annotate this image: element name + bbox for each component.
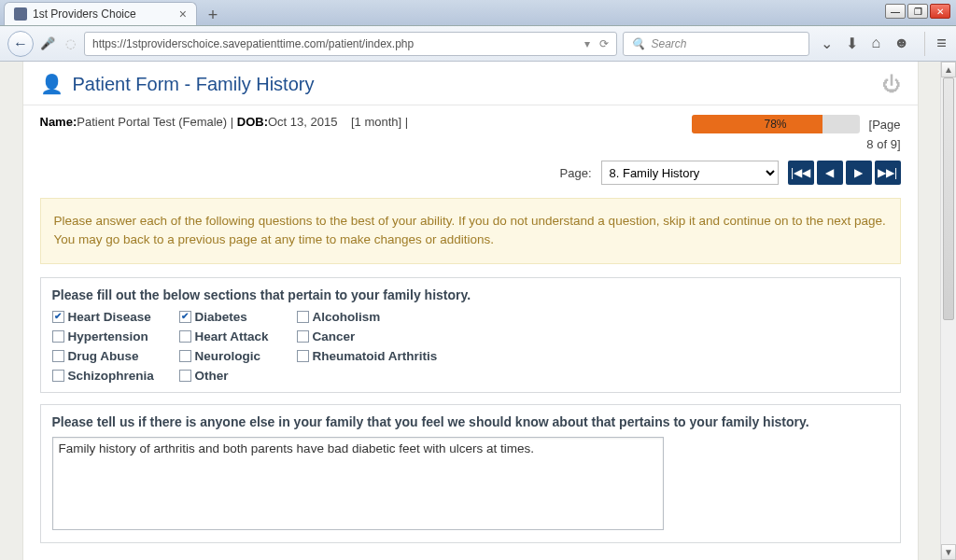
pager-first-button[interactable]: |◀◀	[788, 161, 814, 185]
search-placeholder: Search	[651, 37, 686, 50]
family-history-section: Please fill out the below sections that …	[40, 277, 901, 393]
tab-close-icon[interactable]: ×	[179, 7, 187, 21]
family-history-item[interactable]: Drug Abuse	[52, 349, 174, 363]
checkbox-label: Diabetes	[195, 310, 247, 324]
window-maximize-button[interactable]: ❐	[907, 4, 928, 19]
identity-icon[interactable]: 🎤	[39, 35, 56, 52]
page-select[interactable]: 8. Family History	[601, 161, 779, 185]
checkbox-icon[interactable]	[179, 311, 191, 323]
family-history-heading: Please fill out the below sections that …	[52, 287, 889, 302]
family-history-item[interactable]: Rheumatoid Arthritis	[297, 349, 540, 363]
family-history-item[interactable]: Heart Disease	[52, 310, 174, 324]
scroll-up-button[interactable]: ▲	[941, 62, 956, 77]
pager-prev-button[interactable]: ◀	[817, 161, 843, 185]
checkbox-icon[interactable]	[179, 350, 191, 362]
family-history-item[interactable]: Heart Attack	[179, 329, 291, 343]
pager-label: Page:	[560, 166, 592, 180]
checkbox-icon[interactable]	[297, 350, 309, 362]
progress-bar: 78%	[692, 115, 860, 133]
dropdown-icon[interactable]: ▾	[584, 37, 590, 50]
checkbox-icon[interactable]	[52, 370, 64, 382]
checkbox-icon[interactable]	[52, 350, 64, 362]
checkbox-label: Alcoholism	[313, 310, 381, 324]
freetext-section: Please tell us if there is anyone else i…	[40, 404, 901, 543]
scroll-thumb[interactable]	[943, 77, 954, 320]
family-history-item[interactable]: Cancer	[297, 329, 540, 343]
page-title: 👤 Patient Form - Family History	[40, 73, 315, 95]
home-icon[interactable]: ⌂	[871, 35, 880, 52]
pager-next-button[interactable]: ▶	[846, 161, 872, 185]
progress-label: 78%	[692, 115, 860, 133]
checkbox-icon[interactable]	[52, 330, 64, 343]
downloads-icon[interactable]: ⬇	[846, 35, 858, 52]
vertical-scrollbar[interactable]: ▲ ▼	[940, 62, 956, 560]
page-indicator-prefix: [Page	[869, 118, 901, 132]
family-history-item[interactable]: Schizophrenia	[52, 369, 174, 383]
dob-label: DOB:	[237, 115, 268, 129]
checkbox-icon[interactable]	[297, 330, 309, 343]
scroll-track[interactable]	[941, 77, 956, 544]
window-minimize-button[interactable]: —	[885, 4, 906, 19]
patient-meta: Name:Patient Portal Test (Female) | DOB:…	[40, 115, 409, 129]
checkbox-label: Neurologic	[195, 349, 261, 363]
name-value: Patient Portal Test (Female)	[77, 115, 227, 129]
checkbox-label: Hypertension	[68, 329, 148, 343]
checkbox-label: Cancer	[313, 329, 356, 343]
page-title-text: Patient Form - Family History	[73, 74, 315, 95]
scroll-down-button[interactable]: ▼	[941, 544, 956, 560]
smiley-icon[interactable]: ☻	[893, 35, 909, 52]
checkbox-icon[interactable]	[297, 311, 309, 323]
browser-tabstrip: 1st Providers Choice × + — ❐ ✕	[0, 0, 956, 26]
family-history-item[interactable]: Alcoholism	[297, 310, 540, 324]
family-history-item[interactable]: Diabetes	[179, 310, 291, 324]
checkbox-icon[interactable]	[179, 330, 191, 343]
pager-last-button[interactable]: ▶▶|	[875, 161, 901, 185]
checkbox-label: Heart Attack	[195, 329, 269, 343]
freetext-heading: Please tell us if there is anyone else i…	[52, 414, 889, 429]
checkbox-label: Drug Abuse	[68, 349, 139, 363]
reader-icon[interactable]: ◌	[62, 35, 78, 52]
checkbox-label: Heart Disease	[68, 310, 151, 324]
checkbox-label: Rheumatoid Arthritis	[313, 349, 438, 363]
checkbox-icon[interactable]	[52, 311, 64, 323]
checkbox-label: Schizophrenia	[68, 369, 154, 383]
search-icon: 🔍	[631, 37, 645, 50]
name-label: Name:	[40, 115, 77, 129]
age-bracket: [1 month]	[351, 115, 401, 129]
pocket-icon[interactable]: ⌄	[821, 35, 833, 52]
checkbox-label: Other	[195, 369, 229, 383]
new-tab-button[interactable]: +	[203, 5, 223, 25]
nav-back-button[interactable]: ←	[7, 31, 34, 57]
dob-value: Oct 13, 2015	[268, 115, 337, 129]
checkbox-icon[interactable]	[179, 370, 191, 382]
menu-button[interactable]: ≡	[924, 32, 949, 56]
tab-title: 1st Providers Choice	[33, 7, 136, 21]
freetext-input[interactable]: Family history of arthritis and both par…	[52, 437, 664, 530]
page-indicator: 8 of 9]	[692, 137, 901, 151]
favicon-icon	[14, 7, 27, 21]
family-history-item[interactable]: Neurologic	[179, 349, 291, 363]
family-history-item[interactable]: Other	[179, 369, 291, 383]
browser-tab-active[interactable]: 1st Providers Choice ×	[4, 2, 197, 25]
window-close-button[interactable]: ✕	[930, 4, 950, 19]
instructions-notice: Please answer each of the following ques…	[40, 198, 901, 264]
instructions-text: Please answer each of the following ques…	[54, 214, 886, 246]
search-bar[interactable]: 🔍 Search	[623, 32, 809, 56]
url-bar[interactable]: https://1stproviderschoice.savepatientti…	[84, 32, 617, 56]
user-icon: 👤	[40, 73, 63, 95]
browser-toolbar: ← 🎤 ◌ https://1stproviderschoice.savepat…	[0, 26, 956, 62]
family-history-item[interactable]: Hypertension	[52, 329, 174, 343]
reload-icon[interactable]: ⟳	[599, 37, 609, 50]
url-text: https://1stproviderschoice.savepatientti…	[92, 37, 414, 50]
logout-icon[interactable]: ⏻	[882, 74, 901, 95]
